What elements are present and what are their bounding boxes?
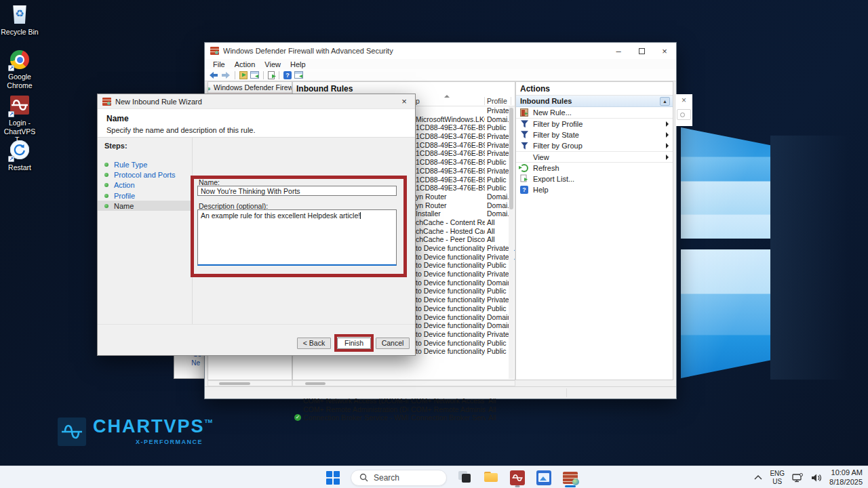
step-bullet-icon: [104, 183, 108, 187]
wizard-step-action[interactable]: Action: [98, 180, 192, 190]
rule-row[interactable]: 1CD88-49E3-476E-B926-...Public: [415, 123, 511, 132]
taskbar-firewall-app[interactable]: [561, 468, 579, 488]
rule-row[interactable]: to Device functionalityPrivate...: [415, 253, 511, 262]
minimize-button[interactable]: –: [607, 43, 630, 59]
rule-row[interactable]: to Device functionalityDomain: [415, 279, 511, 287]
taskbar-display-app[interactable]: [535, 468, 553, 488]
overlay-close-icon[interactable]: ×: [675, 94, 692, 106]
clock[interactable]: 10:09 AM 8/18/2025: [829, 468, 863, 487]
maximize-button[interactable]: [630, 43, 653, 59]
rule-row[interactable]: to Device functionalityPrivate: [415, 270, 511, 279]
desktop-icon-label: Google Chrome: [0, 73, 39, 89]
action-item-filter-by-group[interactable]: Filter by Group: [516, 140, 673, 151]
menu-file[interactable]: File: [209, 60, 229, 68]
rule-row[interactable]: 1CD88-49E3-476E-B926-...Private: [415, 141, 511, 150]
tree-root-node[interactable]: Windows Defender Firewall witl: [208, 82, 292, 93]
action-item-filter-by-state[interactable]: Filter by State: [516, 129, 673, 140]
rule-row[interactable]: to Device functionalityPublic: [415, 304, 511, 313]
tree-hscrollbar[interactable]: [208, 380, 292, 386]
name-input[interactable]: Now You're Thinking With Ports: [197, 186, 397, 196]
export-list-icon[interactable]: [268, 71, 275, 79]
rule-row[interactable]: COM+ Remote Administration (DCOM-In)COM+…: [294, 405, 511, 414]
taskbar-chartvps-app[interactable]: [509, 468, 526, 488]
cancel-button[interactable]: Cancel: [376, 338, 410, 349]
desktop-icon-recycle-bin[interactable]: ♻ Recycle Bin: [0, 4, 39, 37]
start-button[interactable]: [324, 468, 342, 488]
rule-row[interactable]: 1CD88-49E3-476E-B926-...Public: [415, 184, 511, 192]
taskbar-search[interactable]: Search: [351, 470, 447, 486]
wizard-step-rule-type[interactable]: Rule Type: [98, 159, 192, 169]
description-textarea[interactable]: An example rule for this excellent Helpd…: [197, 209, 397, 266]
rule-row[interactable]: chCache - Peer Discove...All: [415, 235, 511, 244]
rule-row[interactable]: to Device functionalityPublic: [415, 347, 511, 356]
wizard-step-profile[interactable]: Profile: [98, 190, 192, 201]
rule-row[interactable]: to Device functionalityPublic: [415, 287, 511, 296]
show-hide-tree-icon[interactable]: [239, 71, 248, 79]
actions-group-bar[interactable]: Inbound Rules ▲: [516, 96, 673, 107]
wizard-titlebar[interactable]: New Inbound Rule Wizard ×: [98, 94, 415, 109]
rule-row[interactable]: yn RouterDomai...: [415, 192, 511, 201]
action-item-refresh[interactable]: Refresh: [516, 162, 673, 173]
wizard-step-name[interactable]: Name: [98, 201, 192, 211]
vertical-scrollbar[interactable]: [509, 106, 514, 379]
rule-row[interactable]: 1CD88-49E3-476E-B926-...Public: [415, 158, 511, 167]
desktop-icon-restart[interactable]: ↗ Restart: [0, 140, 39, 172]
rule-row[interactable]: to Device functionalityDomain: [415, 313, 511, 322]
desktop-icon-google-chrome[interactable]: ↗ Google Chrome: [0, 49, 39, 89]
rule-row[interactable]: chCache - Hosted Cach...All: [415, 227, 511, 236]
action-item-help[interactable]: ?Help: [516, 184, 673, 195]
rule-row[interactable]: MicrosoftWindows.LKG.D...Domai...: [415, 115, 511, 124]
rule-row[interactable]: to Device functionalityPrivate: [415, 330, 511, 339]
action-item-view[interactable]: View: [516, 151, 673, 162]
rule-row[interactable]: ✓Connection Broker Service - WMI (DCO...…: [294, 413, 511, 422]
rule-name-fragment: to Device functionality: [416, 321, 485, 329]
rule-row[interactable]: 1CD88-49E3-476E-B926-...Private: [415, 167, 511, 176]
rule-row[interactable]: 1CD88-49E3-476E-B926-...Private: [415, 132, 511, 141]
close-button[interactable]: ×: [653, 43, 676, 59]
tray-chevron-icon[interactable]: [754, 475, 762, 480]
new-window-icon[interactable]: [294, 71, 303, 79]
collapse-icon[interactable]: ▲: [660, 97, 670, 106]
wizard-close-icon[interactable]: ×: [393, 94, 415, 109]
overlay-card[interactable]: [677, 109, 691, 120]
menu-help[interactable]: Help: [286, 60, 310, 68]
menu-view[interactable]: View: [260, 60, 285, 68]
wizard-step-protocol-and-ports[interactable]: Protocol and Ports: [98, 169, 192, 180]
refresh-icon: [520, 164, 529, 173]
action-item-new-rule[interactable]: New Rule...: [516, 107, 673, 118]
rule-row[interactable]: 1CD88-49E3-476E-B926-...Private: [415, 149, 511, 158]
network-icon[interactable]: [792, 473, 804, 483]
action-item-export-list[interactable]: Export List...: [516, 174, 673, 184]
taskbar-task-view[interactable]: [456, 468, 473, 488]
back-button[interactable]: < Back: [297, 338, 331, 349]
funnel-glyph: [521, 142, 528, 150]
chartvps-logo-icon: [58, 418, 86, 446]
action-item-filter-by-profile[interactable]: Filter by Profile: [516, 118, 673, 129]
console-window-icon[interactable]: [250, 71, 259, 79]
rule-row[interactable]: Private: [415, 106, 511, 115]
desktop-icon-login-chartvps[interactable]: ↗ Login - ChartVPS T...: [0, 95, 39, 144]
speaker-icon[interactable]: [811, 473, 822, 483]
column-group[interactable]: p: [416, 97, 420, 105]
rule-row[interactable]: InstallerDomai...: [415, 209, 511, 218]
forward-icon[interactable]: [221, 71, 231, 79]
finish-button[interactable]: Finish: [337, 338, 371, 349]
column-profile[interactable]: Profile: [487, 97, 507, 105]
menu-action[interactable]: Action: [231, 60, 260, 68]
rule-row[interactable]: to Device functionalityPrivate...: [415, 244, 511, 253]
language-indicator[interactable]: ENG US: [770, 470, 785, 485]
rule-row[interactable]: to Device functionalityPublic: [415, 339, 511, 348]
rule-group: Connection Broker Service: [411, 413, 486, 422]
back-icon[interactable]: [209, 71, 218, 79]
rule-row[interactable]: to Device functionalityPrivate: [415, 296, 511, 304]
help-icon[interactable]: ?: [283, 71, 292, 79]
rule-row[interactable]: to Device functionalityPublic: [415, 261, 511, 270]
rule-row[interactable]: chCache - Content Retr...All: [415, 218, 511, 227]
window-titlebar[interactable]: Windows Defender Firewall with Advanced …: [205, 43, 676, 59]
taskbar-file-explorer[interactable]: [482, 468, 500, 488]
brand-tm: TM: [205, 418, 213, 424]
rule-row[interactable]: 1CD88-49E3-476E-B926-...Public: [415, 176, 511, 184]
list-hscrollbar[interactable]: [292, 380, 515, 386]
rule-row[interactable]: to Device functionalityDomain: [415, 321, 511, 330]
rule-row[interactable]: yn RouterDomai...: [415, 201, 511, 210]
